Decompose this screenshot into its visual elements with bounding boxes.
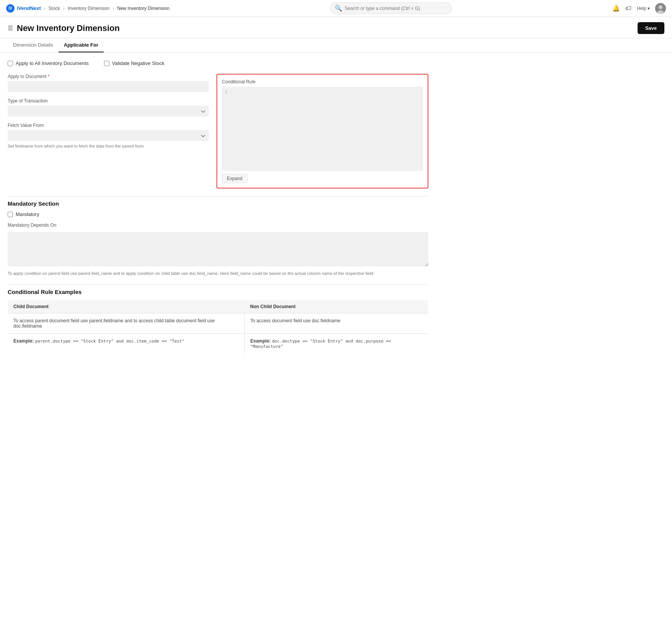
mandatory-check-label[interactable]: Mandatory (8, 211, 428, 217)
tab-applicable-for[interactable]: Applicable For (59, 38, 104, 52)
breadcrumb-sep-3: › (112, 6, 114, 11)
search-input[interactable] (345, 6, 447, 11)
validate-negative-check-label[interactable]: Validate Negative Stock (104, 60, 164, 66)
table-row: Example: parent.doctype == "Stock Entry"… (8, 333, 428, 354)
mandatory-checkbox[interactable] (8, 212, 13, 217)
tabs-bar: Dimension Details Applicable For (0, 38, 672, 53)
tab-applicable-for-label: Applicable For (64, 42, 98, 48)
conditional-rule-section: Conditional Rule 1 Expand (216, 74, 428, 188)
mandatory-depends-on-group: Mandatory Depends On To apply condition … (8, 222, 428, 277)
apply-all-checkbox[interactable] (8, 61, 13, 66)
row1-col2: To access document field use doc.fieldna… (245, 313, 428, 333)
tab-dimension-details[interactable]: Dimension Details (8, 38, 59, 52)
breadcrumb-sep-2: › (63, 6, 65, 11)
type-of-transaction-label: Type of Transaction (8, 98, 209, 104)
search-area: 🔍 (330, 2, 452, 14)
help-label: Help (637, 6, 646, 11)
page-header: ☰ New Inventory Dimension Save (0, 17, 672, 38)
apply-to-doc-group: Apply to Document * (8, 74, 209, 92)
two-column-section: Apply to Document * Type of Transaction … (8, 74, 428, 188)
search-icon: 🔍 (335, 5, 342, 12)
col1-header: Child Document (8, 300, 245, 313)
left-column: Apply to Document * Type of Transaction … (8, 74, 209, 188)
breadcrumb-stock[interactable]: Stock (49, 6, 60, 11)
avatar-icon (655, 3, 666, 14)
page-title: New Inventory Dimension (17, 23, 120, 33)
required-star: * (48, 74, 50, 79)
navbar-left: iV iVendNext › Stock › Inventory Dimensi… (6, 4, 169, 13)
depends-on-textarea[interactable] (8, 232, 428, 266)
row2-col2-bold: Example: (250, 338, 270, 344)
fetch-value-from-group: Fetch Value From Set fieldname from whic… (8, 123, 209, 148)
page-title-row: ☰ New Inventory Dimension (8, 23, 120, 33)
row2-col1-bold: Example: (13, 338, 34, 344)
fetch-hint: Set fieldname from which you want to fet… (8, 144, 209, 148)
apply-all-label: Apply to All Inventory Documents (16, 60, 89, 66)
type-of-transaction-group: Type of Transaction (8, 98, 209, 117)
row2-col1-code: parent.doctype == "Stock Entry" and doc.… (35, 339, 185, 344)
breadcrumb-inv-dim[interactable]: Inventory Dimension (68, 6, 109, 11)
expand-button[interactable]: Expand (222, 174, 247, 183)
row2-col2: Example: doc.doctype == "Stock Entry" an… (245, 333, 428, 354)
table-row: To access parent document field use pare… (8, 313, 428, 333)
mandatory-label: Mandatory (16, 211, 39, 217)
breadcrumb-sep-1: › (44, 6, 46, 11)
svg-point-1 (659, 5, 662, 9)
fetch-value-from-label: Fetch Value From (8, 123, 209, 128)
user-avatar[interactable] (655, 3, 666, 14)
conditional-rule-editor[interactable]: 1 (222, 87, 423, 171)
examples-table: Child Document Non Child Document To acc… (8, 300, 428, 354)
help-button[interactable]: Help ▾ (637, 6, 650, 11)
row1-col1: To access parent document field use pare… (8, 313, 245, 333)
apply-to-doc-input[interactable] (8, 81, 209, 92)
top-checks: Apply to All Inventory Documents Validat… (8, 60, 428, 66)
type-of-transaction-select[interactable] (8, 106, 209, 117)
brand-icon: iV (6, 4, 15, 13)
validate-negative-checkbox[interactable] (104, 61, 109, 66)
depends-hint: To apply condition on parent field use p… (8, 270, 428, 277)
notifications-icon[interactable]: 🔔 (612, 5, 620, 12)
apply-all-check-label[interactable]: Apply to All Inventory Documents (8, 60, 89, 66)
tags-icon[interactable]: 🏷 (625, 5, 631, 12)
fetch-value-from-select[interactable] (8, 130, 209, 141)
save-button[interactable]: Save (638, 22, 664, 34)
examples-section: Conditional Rule Examples Child Document… (8, 284, 428, 354)
depends-on-label: Mandatory Depends On (8, 222, 428, 228)
mandatory-section-header: Mandatory Section (8, 196, 428, 211)
hamburger-icon[interactable]: ☰ (8, 24, 13, 32)
examples-header: Conditional Rule Examples (8, 284, 428, 300)
breadcrumb-current: New Inventory Dimension (117, 6, 169, 11)
brand[interactable]: iV iVendNext (6, 4, 41, 13)
brand-label: iVendNext (17, 5, 41, 11)
row2-col2-code: doc.doctype == "Stock Entry" and doc.pur… (250, 339, 391, 349)
row2-col1: Example: parent.doctype == "Stock Entry"… (8, 333, 245, 354)
search-box: 🔍 (330, 2, 452, 14)
line-number-1: 1 (225, 90, 230, 94)
validate-negative-label: Validate Negative Stock (112, 60, 164, 66)
conditional-rule-label: Conditional Rule (222, 79, 423, 84)
tab-dimension-details-label: Dimension Details (13, 42, 53, 48)
examples-header-row: Child Document Non Child Document (8, 300, 428, 313)
help-chevron-icon: ▾ (648, 6, 650, 11)
main-content: Apply to All Inventory Documents Validat… (0, 53, 436, 362)
navbar: iV iVendNext › Stock › Inventory Dimensi… (0, 0, 672, 17)
apply-to-doc-label: Apply to Document * (8, 74, 209, 79)
navbar-right: 🔔 🏷 Help ▾ (612, 3, 666, 14)
col2-header: Non Child Document (245, 300, 428, 313)
